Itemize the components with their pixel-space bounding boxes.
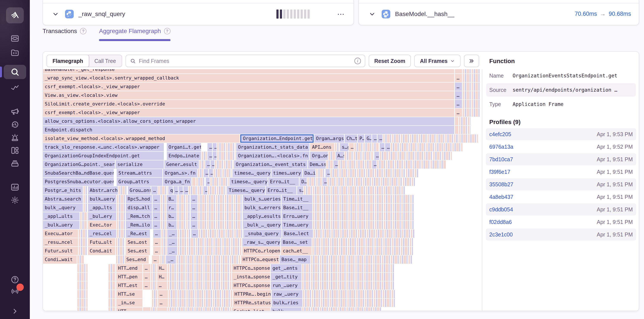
- flame-frame[interactable]: Execu…ator: [43, 230, 78, 238]
- flame-frame[interactable]: _res…cel: [88, 230, 116, 238]
- flame-frame[interactable]: …: [206, 178, 210, 186]
- flame-frame[interactable]: serialize: [116, 160, 164, 168]
- flame-frame[interactable]: HTT…: [116, 307, 142, 311]
- flame-frame[interactable]: HTTPCo…rlopen: [242, 247, 280, 255]
- flame-frame[interactable]: …: [152, 221, 160, 229]
- flame-frame[interactable]: OrganizationGroupIndexEndpoint.get: [43, 152, 164, 160]
- tab-transactions[interactable]: Transactions ?: [42, 28, 86, 41]
- sidebar-item-help[interactable]: [0, 274, 30, 286]
- flame-frame[interactable]: _in…se: [116, 299, 142, 307]
- flame-frame[interactable]: _wrap_sync_view.<locals>.sentry_wrapped_…: [43, 74, 454, 82]
- flame-frame[interactable]: …: [153, 230, 161, 238]
- flame-frame[interactable]: …: [322, 178, 327, 186]
- flame-frame[interactable]: …: [372, 160, 376, 168]
- flame-frame[interactable]: get_…ents: [271, 264, 302, 272]
- flame-frame[interactable]: …: [204, 169, 208, 177]
- flame-frame[interactable]: …: [334, 160, 338, 168]
- flame-frame[interactable]: D…: [300, 178, 306, 186]
- flame-frame[interactable]: _…: [167, 230, 177, 238]
- flame-frame[interactable]: …: [455, 82, 462, 91]
- flame-frame[interactable]: Ses…est: [126, 247, 150, 255]
- flame-frame[interactable]: _raw_s…_query: [242, 238, 280, 246]
- flame-frame[interactable]: run_…uery: [271, 282, 302, 290]
- flame-frame[interactable]: …: [213, 143, 216, 151]
- flame-frame[interactable]: Gener…esult: [164, 160, 198, 168]
- flame-frame[interactable]: …: [326, 169, 330, 177]
- flame-frame[interactable]: bulk…: [271, 307, 302, 311]
- flame-frame[interactable]: _insta…sponse: [232, 273, 270, 281]
- flame-frame[interactable]: HTTPCo…sponse: [232, 282, 270, 290]
- sidebar-item-insights[interactable]: [0, 82, 30, 94]
- flame-frame[interactable]: RpcS…hod: [126, 195, 152, 203]
- flame-frame[interactable]: csrf_exempt.<locals>._view_wrapper: [43, 108, 454, 117]
- help-icon[interactable]: ?: [164, 28, 170, 34]
- flame-frame[interactable]: Postgr…e_hits: [43, 186, 83, 194]
- flame-frame[interactable]: Timese…_query: [227, 186, 265, 194]
- flame-frame[interactable]: Abstr…arch: [88, 186, 118, 194]
- flame-frame[interactable]: _app…lts: [88, 204, 116, 212]
- flame-frame[interactable]: HTTPCo…equest: [241, 256, 279, 264]
- flame-frame[interactable]: PostgresSnuba…ecutor.query: [43, 178, 114, 186]
- flame-frame[interactable]: …: [210, 160, 214, 168]
- flame-frame[interactable]: Base…lect: [282, 230, 313, 238]
- flame-frame[interactable]: P…: [358, 134, 364, 143]
- profile-link[interactable]: 6976a13a: [489, 144, 513, 150]
- flame-frame[interactable]: …: [385, 143, 390, 151]
- flame-frame[interactable]: Erro…it__: [268, 178, 299, 186]
- collapse-chevron-icon[interactable]: [52, 10, 59, 18]
- sentry-logo[interactable]: [6, 7, 24, 23]
- flame-frame[interactable]: View.as_view.<locals>.view: [43, 91, 454, 100]
- flame-frame[interactable]: Endpoint.dispatch: [43, 126, 454, 134]
- flame-frame[interactable]: Endpo…inate: [167, 152, 201, 160]
- flame-frame[interactable]: bulk…ries: [272, 299, 302, 307]
- flame-frame[interactable]: …: [208, 143, 212, 151]
- profile-link[interactable]: c4efc205: [489, 131, 511, 138]
- flame-frame[interactable]: Da…id: [303, 169, 316, 177]
- flame-frame[interactable]: Abstra…search: [43, 195, 83, 203]
- flame-frame[interactable]: Futur…sult: [43, 247, 78, 255]
- flame-frame[interactable]: _Re…est: [126, 230, 150, 238]
- flame-frame[interactable]: Condi…wait: [43, 256, 77, 264]
- flame-frame[interactable]: Grou…ons: [128, 186, 151, 194]
- flame-frame[interactable]: G…: [365, 134, 371, 143]
- profile-link[interactable]: 35508b27: [489, 181, 513, 188]
- flame-frame[interactable]: b…: [166, 212, 176, 220]
- flame-frame[interactable]: …: [184, 186, 188, 194]
- flame-frame[interactable]: Stream…attrs: [117, 169, 162, 177]
- flame-frame[interactable]: H…: [157, 264, 167, 272]
- find-frames-search[interactable]: i: [126, 55, 365, 67]
- flame-frame[interactable]: …: [378, 134, 382, 143]
- profile-link[interactable]: 4a8eb437: [489, 194, 513, 200]
- flame-frame[interactable]: …: [143, 282, 151, 290]
- flame-frame[interactable]: …: [152, 256, 160, 264]
- flame-frame[interactable]: _resu…ncel: [43, 238, 78, 246]
- flame-frame[interactable]: HTTPRe…status: [233, 299, 271, 307]
- flame-frame[interactable]: HTT…end: [116, 264, 142, 272]
- flame-frame[interactable]: bulk_s…ueries: [243, 195, 281, 203]
- flame-frame[interactable]: …: [153, 247, 161, 255]
- sidebar-item-replays[interactable]: [0, 118, 30, 130]
- flame-frame[interactable]: …: [190, 195, 198, 203]
- flame-frame[interactable]: _Rem…tch: [126, 212, 152, 220]
- flame-frame[interactable]: HTT…est: [116, 282, 142, 290]
- flame-frame[interactable]: …: [174, 186, 178, 194]
- flame-frame[interactable]: …: [190, 221, 198, 229]
- help-icon[interactable]: ?: [80, 28, 86, 34]
- flame-frame[interactable]: Cond…ait: [88, 247, 115, 255]
- flame-frame[interactable]: disp…all: [126, 204, 152, 212]
- flame-frame[interactable]: Erro…it__: [266, 186, 296, 194]
- expand-panel-button[interactable]: [464, 55, 479, 67]
- flame-frame[interactable]: API…ons: [310, 143, 334, 151]
- flame-frame[interactable]: …: [178, 186, 183, 194]
- flame-frame[interactable]: HTT…pen: [116, 273, 142, 281]
- flame-frame[interactable]: B…: [166, 195, 176, 203]
- search-input[interactable]: [139, 58, 352, 64]
- flame-frame[interactable]: …: [152, 204, 160, 212]
- flame-frame[interactable]: _…: [167, 247, 177, 255]
- flame-frame[interactable]: …: [455, 91, 462, 100]
- flame-frame-selected[interactable]: Organization…Endpoint.get: [240, 134, 314, 143]
- flame-frame[interactable]: …: [455, 100, 462, 108]
- flame-frame[interactable]: bulk_s…errers: [243, 204, 281, 212]
- flame-frame[interactable]: track_slo_response.<…unc.<locals>.wrappe…: [43, 143, 164, 151]
- flame-frame[interactable]: Erro…uery: [282, 212, 312, 220]
